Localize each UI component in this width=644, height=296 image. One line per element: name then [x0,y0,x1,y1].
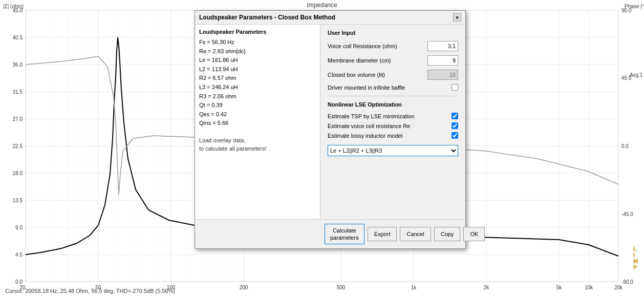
svg-text:M: M [633,258,638,264]
voice-coil-input[interactable] [427,41,458,51]
svg-text:1k: 1k [411,285,417,290]
svg-text:5k: 5k [556,285,563,290]
params-panel-title: Loudspeaker Parameters [199,29,316,35]
svg-text:I: I [633,252,635,258]
footer-right: Calculateparameters Export Cancel Copy O… [325,224,485,244]
svg-text:20k: 20k [614,285,623,290]
lse-re-row: Estimate voice coil resistance Re [328,122,458,129]
lse-tsp-row: Estimate TSP by LSE minimization [328,113,458,119]
svg-text:Avg:1: Avg:1 [630,72,643,78]
svg-text:22.5: 22.5 [13,143,23,149]
svg-text:13.5: 13.5 [13,198,23,203]
lse-re-checkbox[interactable] [452,122,458,129]
svg-text:4.5: 4.5 [15,252,23,258]
lse-title: Nonlinear LSE Optimization [328,101,458,108]
param-re: Re = 2.83 ohm[dc] [199,47,316,56]
cursor-info: Cursor: 20058.18 Hz, 25.48 Ohm, 56.5 deg… [5,288,175,294]
param-qes: Qes = 0.42 [199,110,316,119]
dialog-title: Loudspeaker Parameters - Closed Box Meth… [199,14,335,21]
copy-button[interactable]: Copy [434,227,461,241]
infinite-baffle-row: Driver mounted in infinite baffle [328,84,458,91]
param-qt: Qt = 0.39 [199,101,316,110]
section-divider [328,96,458,96]
lse-lossy-row: Estimate lossy inductor model [328,132,458,139]
svg-text:|Z| (ohm): |Z| (ohm) [3,4,24,9]
calculate-button[interactable]: Calculateparameters [325,224,364,244]
svg-text:90.0: 90.0 [621,8,632,13]
svg-text:0.0: 0.0 [621,143,629,149]
svg-text:36.0: 36.0 [13,62,23,68]
lse-tsp-checkbox[interactable] [452,113,458,119]
param-qms: Qms = 5.66 [199,119,316,128]
lse-section: Nonlinear LSE Optimization Estimate TSP … [328,101,458,161]
svg-text:-45.0: -45.0 [621,212,633,217]
membrane-label: Membrane diameter (cm) [328,57,427,64]
cancel-button[interactable]: Cancel [400,227,431,241]
param-l3: L3 = 246.24 uH [199,83,316,92]
svg-text:45.0: 45.0 [13,8,23,13]
membrane-field-row: Membrane diameter (cm) [328,55,458,66]
dialog: Loudspeaker Parameters - Closed Box Meth… [195,10,466,249]
svg-text:9.0: 9.0 [15,225,23,230]
box-volume-label: Closed box volume (lit) [328,72,427,78]
dialog-titlebar: Loudspeaker Parameters - Closed Box Meth… [195,11,465,25]
voice-coil-label: Voice coil Resistance (ohm) [328,43,427,49]
params-panel: Loudspeaker Parameters Fs = 56.30 Hz Re … [195,25,320,219]
load-overlay-text: Load overlay data,to calculate all param… [199,136,316,153]
svg-text:P: P [633,264,637,270]
dialog-close-button[interactable]: × [453,13,461,22]
box-volume-input [427,70,458,80]
export-button[interactable]: Export [368,227,397,241]
ok-button[interactable]: OK [463,227,485,241]
svg-text:2k: 2k [484,285,490,290]
lse-lossy-checkbox[interactable] [452,132,458,139]
infinite-baffle-label: Driver mounted in infinite baffle [328,84,449,91]
membrane-input[interactable] [427,55,458,66]
svg-text:L: L [633,246,637,252]
model-select[interactable]: Le + L2||R2 + L3||R3 [328,145,458,156]
infinite-baffle-checkbox[interactable] [452,84,458,91]
lse-tsp-label: Estimate TSP by LSE minimization [328,113,452,119]
param-r2: R2 = 6.57 ohm [199,74,316,83]
voice-coil-field-row: Voice coil Resistance (ohm) [328,41,458,51]
svg-text:10k: 10k [585,285,593,290]
user-input-title: User Input [328,30,458,36]
user-input-panel: User Input Voice coil Resistance (ohm) M… [320,25,465,219]
svg-text:Phase (°): Phase (°) [625,4,644,9]
lse-lossy-label: Estimate lossy inductor model [328,133,452,139]
svg-text:18.0: 18.0 [13,171,23,176]
param-fs: Fs = 56.30 Hz [199,38,316,47]
dialog-body: Loudspeaker Parameters Fs = 56.30 Hz Re … [195,25,465,219]
svg-text:Impedance: Impedance [307,2,337,9]
svg-text:31.5: 31.5 [13,89,23,95]
svg-text:40.5: 40.5 [13,35,23,40]
param-l2: L2 = 113.94 uH [199,65,316,74]
lse-re-label: Estimate voice coil resistance Re [328,123,452,129]
box-volume-field-row: Closed box volume (lit) [328,70,458,80]
svg-text:0.0: 0.0 [15,279,23,285]
svg-text:27.0: 27.0 [13,116,23,122]
svg-text:45.0: 45.0 [621,75,632,81]
svg-text:-90.0: -90.0 [621,279,633,285]
svg-text:200: 200 [240,285,248,290]
svg-text:500: 500 [337,285,346,290]
dialog-footer: Calculateparameters Export Cancel Copy O… [195,219,465,248]
param-le: Le = 161.86 uH [199,56,316,65]
footer-left [199,224,325,244]
param-r3: R3 = 2.06 ohm [199,92,316,101]
